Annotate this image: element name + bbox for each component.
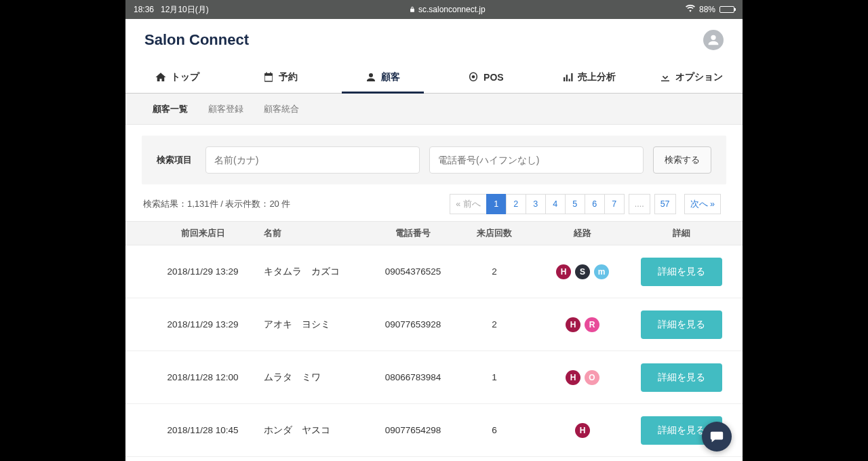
cell-route: HO	[528, 370, 637, 385]
th-phone: 電話番号	[366, 228, 460, 239]
download-icon	[659, 71, 671, 83]
search-panel: 検索項目 検索する	[142, 136, 726, 184]
calendar-icon	[262, 71, 275, 83]
home-icon	[155, 71, 167, 83]
pager-7[interactable]: 7	[604, 194, 625, 214]
search-phone-input[interactable]	[429, 146, 644, 174]
chat-icon	[709, 429, 724, 444]
pager-prev[interactable]: « 前へ	[450, 194, 486, 214]
result-total: 1,131件	[187, 199, 218, 209]
pager-1[interactable]: 1	[486, 194, 507, 214]
detail-button[interactable]: 詳細を見る	[641, 363, 722, 392]
th-route: 経路	[528, 228, 637, 239]
tab-reserve-label: 予約	[279, 71, 298, 83]
route-icon-s: S	[575, 264, 590, 279]
cell-phone: 08066783984	[366, 372, 460, 382]
status-domain: sc.salonconnect.jp	[418, 5, 486, 14]
table-row: 2018/11/29 13:29アオキ ヨシミ090776539282HR詳細を…	[125, 298, 743, 351]
table-body: 2018/11/29 13:29キタムラ カズコ090543765252HSm詳…	[142, 245, 726, 457]
cell-phone: 09077654298	[366, 425, 460, 435]
pos-icon	[467, 71, 479, 83]
pager-next[interactable]: 次へ »	[684, 194, 721, 214]
route-icon-h: H	[566, 317, 580, 332]
tab-pos-label: POS	[484, 72, 504, 83]
cell-phone: 09077653928	[366, 319, 460, 329]
th-count: 来店回数	[460, 228, 528, 239]
tab-customer-label: 顧客	[381, 71, 400, 83]
cell-route: HR	[528, 317, 637, 332]
cell-phone: 09054376525	[366, 266, 460, 277]
wifi-icon	[686, 5, 695, 14]
result-per: 20 件	[269, 199, 290, 209]
chat-fab[interactable]	[702, 422, 732, 452]
status-time: 18:36	[134, 5, 154, 14]
search-name-input[interactable]	[205, 146, 420, 174]
route-icon-m: m	[594, 264, 609, 279]
cell-name: ムラタ ミワ	[264, 372, 366, 384]
pager-last[interactable]: 57	[654, 194, 676, 214]
sub-nav: 顧客一覧 顧客登録 顧客統合	[125, 94, 743, 125]
tab-top[interactable]: トップ	[125, 61, 229, 93]
brand-title: Salon Connect	[144, 31, 249, 49]
pager-2[interactable]: 2	[506, 194, 526, 214]
pager-4[interactable]: 4	[545, 194, 566, 214]
cell-count: 2	[460, 266, 528, 277]
route-icon-o: O	[585, 370, 599, 385]
cell-name: キタムラ カズコ	[264, 266, 366, 278]
cell-count: 1	[460, 372, 528, 382]
lock-icon	[409, 6, 416, 13]
pager-dots: ....	[629, 194, 650, 214]
table-row: 2018/11/28 10:45ホンダ ヤスコ090776542986H詳細を見…	[125, 404, 743, 457]
detail-button[interactable]: 詳細を見る	[641, 258, 722, 286]
tab-reserve[interactable]: 予約	[229, 61, 332, 93]
cell-date: 2018/11/28 12:00	[142, 372, 264, 382]
pager: « 前へ 1 2 3 4 5 6 7 .... 57 次へ »	[450, 194, 725, 214]
route-icon-h: H	[566, 370, 580, 385]
pager-5[interactable]: 5	[565, 194, 585, 214]
pager-3[interactable]: 3	[526, 194, 546, 214]
app-header: Salon Connect	[125, 19, 743, 61]
cell-route: H	[528, 423, 637, 438]
status-date: 12月10日(月)	[161, 4, 209, 16]
tab-option-label: オプション	[675, 71, 723, 83]
result-summary: 検索結果：1,131件 / 表示件数：20 件	[143, 198, 290, 210]
search-label: 検索項目	[157, 154, 192, 166]
th-name: 名前	[264, 228, 366, 239]
tab-option[interactable]: オプション	[639, 61, 743, 93]
cell-name: ホンダ ヤスコ	[264, 424, 366, 437]
user-icon	[365, 71, 377, 83]
table-row: 2018/11/28 12:00ムラタ ミワ080667839841HO詳細を見…	[125, 351, 743, 404]
tab-pos[interactable]: POS	[434, 61, 537, 93]
route-icon-h: H	[556, 264, 571, 279]
avatar[interactable]	[703, 30, 724, 50]
battery-percent: 88%	[699, 5, 715, 14]
svg-point-0	[472, 75, 475, 79]
tab-sales[interactable]: 売上分析	[537, 61, 640, 93]
th-date: 前回来店日	[142, 228, 264, 239]
subnav-list[interactable]: 顧客一覧	[153, 103, 188, 115]
pager-6[interactable]: 6	[585, 194, 605, 214]
ipad-statusbar: 18:36 12月10日(月) sc.salonconnect.jp 88%	[125, 0, 743, 19]
cell-date: 2018/11/29 13:29	[142, 266, 264, 277]
tab-top-label: トップ	[171, 71, 199, 83]
route-icon-h: H	[575, 423, 590, 438]
subnav-merge[interactable]: 顧客統合	[264, 103, 299, 115]
subnav-register[interactable]: 顧客登録	[208, 103, 243, 115]
chart-icon	[561, 71, 574, 83]
main-nav: トップ 予約 顧客 POS 売上分析 オプション	[125, 61, 743, 94]
cell-count: 2	[460, 319, 528, 329]
detail-button[interactable]: 詳細を見る	[641, 310, 722, 339]
cell-date: 2018/11/28 10:45	[142, 425, 264, 435]
cell-route: HSm	[528, 264, 637, 279]
table-header: 前回来店日 名前 電話番号 来店回数 経路 詳細	[125, 221, 743, 245]
th-detail: 詳細	[637, 228, 726, 239]
tab-sales-label: 売上分析	[578, 71, 616, 83]
search-button[interactable]: 検索する	[653, 146, 711, 174]
tab-customer[interactable]: 顧客	[331, 61, 434, 93]
table-row: 2018/11/29 13:29キタムラ カズコ090543765252HSm詳…	[125, 245, 743, 298]
cell-count: 6	[460, 425, 528, 435]
battery-icon	[719, 6, 734, 13]
cell-name: アオキ ヨシミ	[264, 319, 366, 331]
cell-date: 2018/11/29 13:29	[142, 319, 264, 329]
route-icon-r: R	[585, 317, 599, 332]
